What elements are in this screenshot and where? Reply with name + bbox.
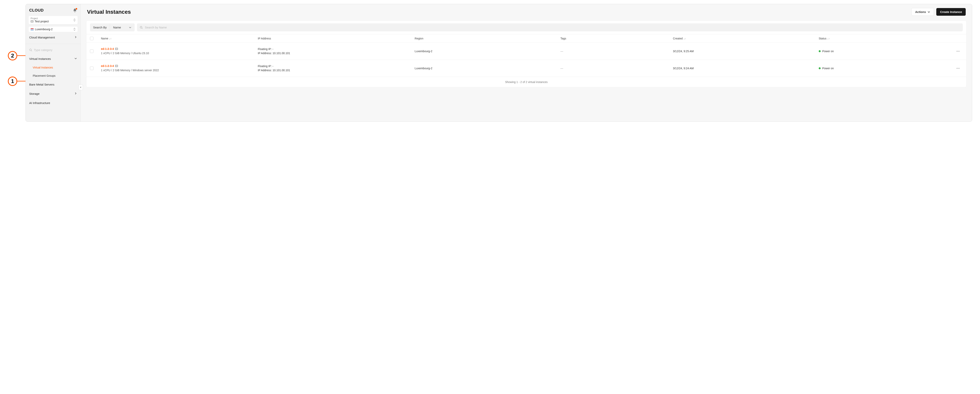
sidebar-item-bare-metal[interactable]: Bare Metal Servers: [29, 80, 78, 88]
region-value: Luxembourg-2: [415, 66, 559, 70]
more-horizontal-icon: [956, 49, 960, 53]
chevron-down-icon: [74, 57, 77, 61]
search-icon: [29, 48, 32, 52]
tags-value: —: [560, 49, 671, 53]
row-checkbox[interactable]: [90, 67, 94, 70]
svg-point-4: [959, 51, 959, 51]
search-by-field-dropdown[interactable]: Name: [110, 23, 135, 31]
selector-chevrons-icon: [73, 18, 76, 22]
status-value: Power on: [822, 49, 834, 53]
tags-value: —: [560, 66, 671, 70]
instance-specs: 1 vCPU / 2 GiB Memory / Windows server 2…: [101, 69, 256, 72]
chevron-down-icon: [928, 11, 930, 13]
notifications-button[interactable]: [73, 8, 77, 13]
sidebar-item-ai-infrastructure[interactable]: AI Infrastructure: [29, 99, 78, 107]
svg-point-0: [30, 49, 31, 51]
column-header-ip[interactable]: IP Address: [258, 37, 413, 40]
sidebar: CLOUD Project ID Test project: [25, 4, 81, 121]
status-dot-icon: [819, 67, 821, 69]
region-value: Luxembourg-2: [415, 49, 559, 53]
table-footer: Showing 1 - 2 of 2 virtual instances: [86, 77, 966, 87]
id-chip-icon: ID: [115, 48, 118, 50]
row-actions-button[interactable]: [953, 66, 963, 70]
status-dot-icon: [819, 50, 821, 52]
luxembourg-flag-icon: [30, 28, 34, 30]
instance-specs: 1 vCPU / 2 GiB Memory / Ubuntu 23.10: [101, 51, 256, 55]
selector-chevrons-icon: [73, 28, 76, 31]
annotation-1-badge: 1: [8, 77, 17, 86]
sidebar-category-search-input[interactable]: [34, 48, 77, 52]
sidebar-item-storage[interactable]: Storage: [29, 90, 78, 98]
column-header-created[interactable]: Created↓↑: [673, 37, 817, 40]
floating-ip-value: Floating IP: -: [258, 64, 413, 68]
svg-point-2: [957, 51, 957, 51]
chevron-left-icon: [80, 86, 82, 88]
brand-logo: CLOUD: [29, 8, 44, 13]
svg-point-1: [140, 26, 142, 28]
project-selector-value: Test project: [35, 20, 49, 23]
svg-point-3: [958, 51, 958, 51]
main-content: Virtual Instances Actions Create Instanc…: [81, 4, 972, 121]
sidebar-item-virtual-instances[interactable]: Virtual Instances: [29, 55, 78, 63]
row-actions-button[interactable]: [953, 49, 963, 53]
annotation-layer: 2 1: [8, 4, 25, 122]
id-chip-icon: ID: [30, 20, 33, 22]
chevron-right-icon: [74, 36, 77, 39]
created-value: 3/12/24, 9:24 AM: [673, 66, 817, 70]
instances-card: Search By Name Name↓↑ IP Address Region: [86, 21, 966, 87]
search-icon: [140, 26, 143, 29]
svg-point-5: [957, 68, 957, 69]
page-title: Virtual Instances: [87, 9, 131, 15]
column-header-name[interactable]: Name↓↑: [101, 37, 256, 40]
app-frame: CLOUD Project ID Test project: [25, 4, 972, 122]
sidebar-item-cloud-management[interactable]: Cloud Management: [29, 33, 78, 41]
annotation-2-badge: 2: [8, 51, 17, 61]
sidebar-category-search[interactable]: [29, 46, 78, 54]
column-header-tags[interactable]: Tags: [560, 37, 671, 40]
table-row: ed-1-2-3-4 ID 1 vCPU / 2 GiB Memory / Wi…: [86, 60, 966, 77]
region-selector[interactable]: Luxembourg-2: [29, 26, 78, 32]
more-horizontal-icon: [956, 66, 960, 70]
svg-point-7: [959, 68, 959, 69]
created-value: 3/12/24, 9:25 AM: [673, 49, 817, 53]
table-header-row: Name↓↑ IP Address Region Tags Created↓↑ …: [86, 34, 966, 43]
svg-point-6: [958, 68, 958, 69]
sort-icon: ↓↑: [109, 37, 111, 40]
chevron-right-icon: [74, 92, 77, 96]
sidebar-subitem-virtual-instances[interactable]: Virtual Instances: [29, 64, 78, 71]
instance-name-link[interactable]: ed-1-2-3-4 ID: [101, 64, 118, 67]
floating-ip-value: Floating IP: -: [258, 47, 413, 51]
table-row: ed-1-2-3-4 ID 1 vCPU / 2 GiB Memory / Ub…: [86, 43, 966, 60]
instances-table: Name↓↑ IP Address Region Tags Created↓↑ …: [86, 34, 966, 87]
sort-icon: ↓↑: [684, 37, 686, 40]
sort-icon: ↓↑: [827, 37, 830, 40]
project-selector[interactable]: Project ID Test project: [29, 16, 78, 24]
project-selector-label: Project: [30, 17, 49, 20]
search-by-label: Search By: [90, 23, 110, 31]
id-chip-icon: ID: [115, 65, 118, 67]
ip-address-value: IP Address: 10.101.00.101: [258, 51, 413, 55]
notification-dot-icon: [75, 8, 78, 10]
select-all-checkbox[interactable]: [90, 37, 94, 40]
column-header-status[interactable]: Status↓↑: [819, 37, 952, 40]
region-selector-value: Luxembourg-2: [35, 28, 52, 31]
sidebar-subitem-placement-groups[interactable]: Placement Groups: [29, 72, 78, 79]
instance-name-link[interactable]: ed-1-2-3-4 ID: [101, 47, 118, 50]
search-input[interactable]: [145, 26, 960, 29]
create-instance-button[interactable]: Create Instance: [936, 8, 966, 16]
sidebar-collapse-button[interactable]: [79, 85, 83, 90]
row-checkbox[interactable]: [90, 49, 94, 53]
ip-address-value: IP Address: 10.101.00.101: [258, 68, 413, 72]
actions-dropdown-button[interactable]: Actions: [912, 8, 934, 16]
status-value: Power on: [822, 66, 834, 70]
column-header-region[interactable]: Region: [415, 37, 559, 40]
chevron-down-icon: [129, 26, 132, 29]
search-input-container[interactable]: [137, 23, 963, 31]
